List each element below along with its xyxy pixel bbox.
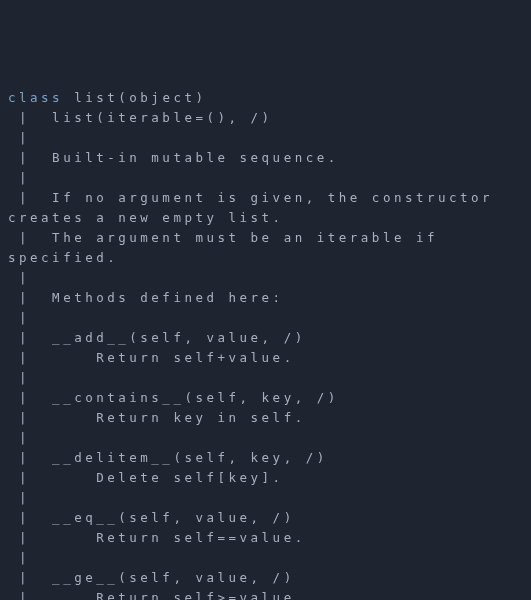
- help-line: | __ge__(self, value, /): [8, 570, 295, 585]
- class-name: list: [74, 90, 118, 105]
- help-line: |: [8, 310, 30, 325]
- help-line: |: [8, 170, 30, 185]
- help-line: | Return self>=value.: [8, 590, 306, 600]
- help-line: | __eq__(self, value, /): [8, 510, 295, 525]
- help-line: | __add__(self, value, /): [8, 330, 306, 345]
- help-line: | If no argument is given, the construct…: [8, 190, 504, 225]
- help-line: |: [8, 130, 30, 145]
- help-line: |: [8, 490, 30, 505]
- help-line: |: [8, 430, 30, 445]
- base-class: object: [129, 90, 195, 105]
- help-line: | Return self==value.: [8, 530, 306, 545]
- help-line: | Return key in self.: [8, 410, 306, 425]
- help-line: | Built-in mutable sequence.: [8, 150, 339, 165]
- terminal-output: class list(object) | list(iterable=(), /…: [8, 88, 523, 600]
- help-line: | __contains__(self, key, /): [8, 390, 339, 405]
- help-line: | list(iterable=(), /): [8, 110, 273, 125]
- help-line: |: [8, 370, 30, 385]
- help-line: |: [8, 550, 30, 565]
- help-line: | __delitem__(self, key, /): [8, 450, 328, 465]
- help-line: | Return self+value.: [8, 350, 295, 365]
- help-line: | The argument must be an iterable if sp…: [8, 230, 449, 265]
- help-line: | Delete self[key].: [8, 470, 284, 485]
- help-line: | Methods defined here:: [8, 290, 284, 305]
- class-keyword: class: [8, 90, 63, 105]
- help-line: |: [8, 270, 30, 285]
